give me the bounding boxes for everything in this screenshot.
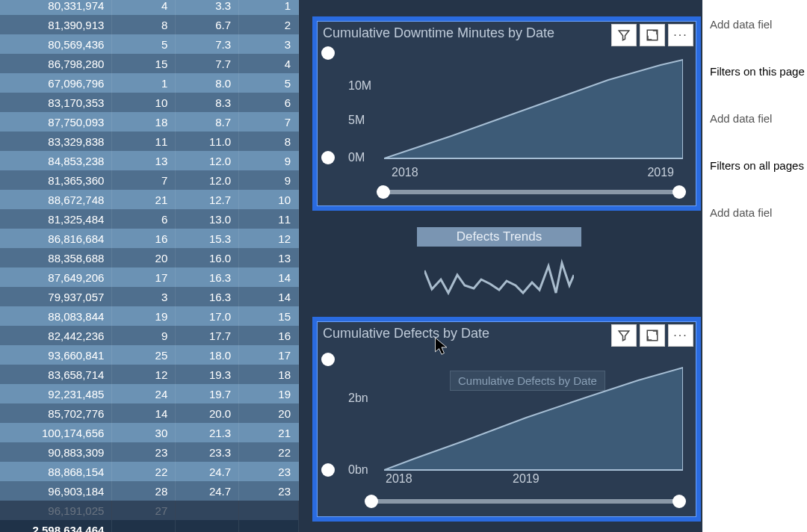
table-row[interactable]: 83,170,353108.36 [0, 93, 299, 112]
focus-mode-icon[interactable] [640, 24, 665, 46]
more-options-icon[interactable]: ··· [668, 324, 693, 347]
table-row[interactable]: 82,442,236917.716 [0, 326, 299, 345]
table-cell: 8.7 [176, 112, 239, 132]
table-row[interactable]: 92,231,4852419.719 [0, 384, 299, 403]
slider-handle[interactable] [321, 151, 335, 164]
table-cell: 79,937,057 [0, 287, 112, 306]
table-row[interactable]: 81,325,484613.011 [0, 209, 299, 229]
table-cell: 21.3 [176, 423, 239, 442]
table-cell: 4 [239, 54, 299, 73]
table-row[interactable]: 67,096,79618.05 [0, 73, 299, 93]
table-cell: 6 [239, 93, 299, 112]
filter-icon[interactable] [611, 324, 637, 347]
table-row[interactable]: 80,331,97443.31 [0, 0, 299, 15]
table-cell: 12.7 [176, 190, 239, 209]
filter-icon[interactable] [611, 24, 637, 46]
table-cell: 7.3 [176, 34, 239, 54]
table-row[interactable]: 84,853,2381312.09 [0, 151, 299, 170]
table-cell: 1 [239, 0, 299, 15]
table-row[interactable]: 88,672,7482112.710 [0, 190, 299, 209]
slider-handle[interactable] [321, 353, 335, 366]
slider-handle[interactable] [321, 46, 335, 60]
focus-mode-icon[interactable] [640, 324, 665, 347]
table-cell: 15 [112, 54, 176, 73]
table-cell: 100,174,656 [0, 423, 112, 442]
slider-handle[interactable] [321, 463, 335, 477]
table-cell: 13 [112, 151, 176, 170]
table-cell: 19.7 [176, 384, 239, 403]
table-cell: 11.0 [176, 132, 239, 151]
slider-handle[interactable] [365, 495, 378, 508]
slider-handle[interactable] [672, 185, 686, 199]
table-row[interactable]: 96,903,1842824.723 [0, 481, 299, 501]
table-cell: 18 [239, 365, 299, 384]
table-cell: 81,365,360 [0, 170, 112, 190]
slider-handle[interactable] [377, 185, 390, 199]
table-cell: 16.3 [176, 287, 239, 306]
table-row[interactable]: 81,365,360712.09 [0, 170, 299, 190]
time-slider[interactable] [383, 190, 680, 194]
add-data-field[interactable]: Add data fiel [705, 188, 807, 235]
table-row[interactable]: 86,816,6841615.312 [0, 229, 299, 248]
table-cell: 83,170,353 [0, 93, 112, 112]
table-cell: 6.7 [176, 15, 239, 34]
table-cell: 2 [239, 15, 299, 34]
add-data-field[interactable]: Add data fiel [705, 94, 807, 141]
table-cell: 20.0 [176, 403, 239, 423]
mouse-cursor [435, 338, 448, 356]
table-row[interactable]: 87,750,093188.77 [0, 112, 299, 132]
table-cell: 82,442,236 [0, 326, 112, 345]
table-cell: 16.3 [176, 267, 239, 287]
y-tick: 0bn [348, 463, 368, 477]
table-cell: 8 [239, 132, 299, 151]
x-tick: 2018 [392, 166, 418, 179]
table-cell: 80,569,436 [0, 34, 112, 54]
filters-all-header: Filters on all pages [705, 141, 807, 188]
table-cell: 6 [112, 209, 176, 229]
table-row[interactable]: 90,883,3092323.322 [0, 442, 299, 462]
table-row[interactable]: 80,569,43657.33 [0, 34, 299, 54]
table-row[interactable]: 85,702,7761420.020 [0, 403, 299, 423]
table-cell: 18 [112, 112, 176, 132]
table-cell: 80,331,974 [0, 0, 112, 15]
table-cell: 8 [112, 15, 176, 34]
y-tick: 5M [348, 114, 365, 127]
add-data-field[interactable]: Add data fiel [705, 0, 807, 47]
table-row[interactable]: 83,329,8381111.08 [0, 132, 299, 151]
table-total-row: 2,598,634,464 [0, 520, 299, 532]
table-cell: 16 [239, 326, 299, 345]
chart-title: Cumulative Defects by Date [323, 326, 622, 341]
table-row[interactable]: 83,658,7141219.318 [0, 365, 299, 384]
table-row[interactable]: 81,390,91386.72 [0, 15, 299, 34]
more-options-icon[interactable]: ··· [668, 24, 693, 46]
table-cell: 21 [112, 190, 176, 209]
data-table[interactable]: 80,331,97443.3181,390,91386.7280,569,436… [0, 0, 299, 532]
table-cell: 92,231,485 [0, 384, 112, 403]
table-cell: 18.0 [176, 345, 239, 365]
chart-downtime-selected[interactable]: Cumulative Downtime Minutes by Date ··· … [312, 16, 701, 211]
table-row[interactable]: 79,937,057316.314 [0, 287, 299, 306]
table-cell: 86,816,684 [0, 229, 112, 248]
table-row[interactable]: 87,649,2061716.314 [0, 267, 299, 287]
table-row[interactable]: 100,174,6563021.321 [0, 423, 299, 442]
table-cell: 90,883,309 [0, 442, 112, 462]
table-cell: 14 [112, 403, 176, 423]
table-cell: 10 [239, 190, 299, 209]
table-cell: 87,750,093 [0, 112, 112, 132]
table-row[interactable]: 88,083,8441917.015 [0, 306, 299, 326]
time-slider[interactable] [371, 499, 680, 504]
table-cell: 17.7 [176, 326, 239, 345]
table-row[interactable]: 88,868,1542224.723 [0, 462, 299, 481]
table-cell: 23.3 [176, 442, 239, 462]
table-cell: 19.3 [176, 365, 239, 384]
table-cell: 12 [239, 229, 299, 248]
table-cell: 14 [239, 267, 299, 287]
chart-defects-selected[interactable]: Cumulative Defects by Date ··· Cumulativ… [312, 317, 701, 522]
slider-handle[interactable] [672, 495, 686, 508]
table-cell: 12 [112, 365, 176, 384]
table-row[interactable]: 88,358,6882016.013 [0, 248, 299, 267]
table-cell: 83,658,714 [0, 365, 112, 384]
table-row[interactable]: 93,660,8412518.017 [0, 345, 299, 365]
table-cell: 15.3 [176, 229, 239, 248]
table-row[interactable]: 86,798,280157.74 [0, 54, 299, 73]
